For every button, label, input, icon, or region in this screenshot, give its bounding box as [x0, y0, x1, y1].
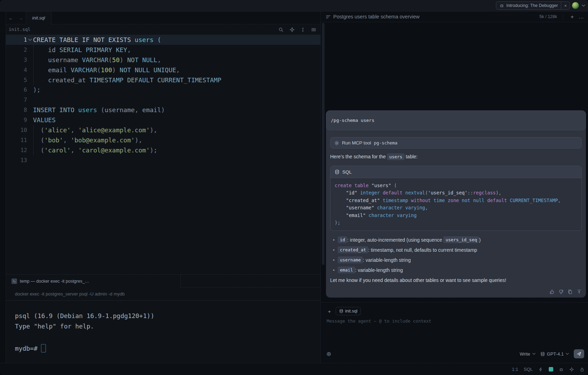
back-arrow-icon[interactable]: ← — [9, 15, 14, 21]
thumbs-down-icon[interactable] — [558, 289, 564, 294]
avatar[interactable] — [572, 2, 579, 9]
code-text: ); — [33, 86, 41, 93]
token: "email" — [346, 212, 366, 218]
token — [445, 198, 448, 203]
code-line[interactable]: 11 ('bob', 'bob@example.com'), — [6, 135, 320, 145]
breadcrumb[interactable]: init.sql — [9, 24, 31, 35]
code-text: INSERT INTO users (username, email) — [33, 106, 165, 114]
thumbs-up-icon[interactable] — [549, 289, 555, 294]
code-line[interactable]: 7 — [6, 95, 320, 105]
badge-close-icon[interactable]: × — [561, 2, 570, 9]
new-thread-button[interactable]: + — [571, 11, 574, 22]
token: users — [135, 36, 154, 43]
code-line[interactable]: 3 username VARCHAR(50) NOT NULL, — [6, 55, 320, 65]
editor-tab-bar: ← → init.sql — [6, 11, 320, 24]
cursor-position[interactable]: 1:1 — [512, 367, 518, 372]
code-block-body[interactable]: create table "users" ( "id" integer defa… — [330, 178, 581, 230]
token: CREATE TABLE IF NOT EXISTS — [33, 36, 135, 43]
scroll-to-top-icon[interactable] — [577, 289, 582, 294]
status-bar: 1:1 SQL — [0, 363, 588, 375]
token — [335, 198, 346, 203]
token: users — [78, 106, 97, 114]
token: ( — [33, 147, 44, 154]
line-number: 5 — [6, 77, 27, 83]
code-line[interactable]: 5 created_at TIMESTAMP DEFAULT CURRENT_T… — [6, 75, 320, 85]
token — [33, 76, 48, 84]
token: 'bob' — [44, 136, 63, 144]
token: NOT NULL — [127, 56, 157, 64]
selection-waves-icon[interactable] — [311, 27, 316, 32]
lock-icon[interactable] — [580, 367, 585, 372]
model-selector[interactable]: GPT-4.1 — [540, 351, 569, 357]
token: 50 — [112, 56, 120, 64]
tab-init-sql[interactable]: init.sql — [26, 11, 51, 24]
token — [431, 198, 433, 203]
token: timestamp — [383, 198, 408, 203]
code-line[interactable]: 2 id SERIAL PRIMARY KEY, — [6, 45, 320, 55]
code-line[interactable]: 1CREATE TABLE IF NOT EXISTS users ( — [6, 35, 320, 45]
code-editor[interactable]: 1CREATE TABLE IF NOT EXISTS users (2 id … — [6, 35, 320, 274]
thread-history-icon[interactable] — [326, 14, 331, 19]
send-button[interactable] — [574, 349, 584, 358]
token: time — [434, 198, 445, 203]
language-indicator[interactable]: SQL — [524, 367, 533, 372]
token: nextval — [405, 190, 425, 195]
code-line[interactable]: 9VALUES — [6, 115, 320, 125]
bullet-text: : variable-length string — [363, 257, 411, 263]
token: , — [63, 136, 71, 144]
token: without — [411, 198, 431, 203]
sql-code-block: SQL create table "users" ( "id" integer … — [330, 166, 582, 231]
debugger-announcement-badge[interactable]: Introducing: The Debugger × — [496, 1, 570, 10]
debugger-icon[interactable] — [559, 367, 564, 372]
forward-arrow-icon[interactable]: → — [18, 15, 23, 21]
token: ( — [97, 106, 105, 114]
thread-title[interactable]: Postgres users table schema overview — [333, 11, 419, 22]
scrollbar[interactable] — [322, 23, 325, 265]
terminal-tab[interactable]: temp — docker exec -it postgres_… — [6, 275, 181, 288]
code-line[interactable]: 6); — [6, 85, 320, 95]
inline-code: username — [338, 257, 363, 263]
token: 100 — [101, 66, 112, 74]
code-line[interactable]: 10 ('alice', 'alice@example.com'), — [6, 125, 320, 135]
agent-panel-header: Postgres users table schema overview 5k … — [321, 11, 588, 22]
mcp-tool-call[interactable]: Run MCP tool pg-schema — [330, 137, 582, 149]
schema-bullet: id: integer, auto-incremented (using seq… — [330, 235, 481, 245]
chevron-down-icon[interactable] — [582, 5, 585, 7]
search-icon[interactable] — [278, 27, 284, 32]
cursor-icon[interactable] — [301, 27, 305, 32]
token: username — [48, 56, 78, 64]
terminal-prompt-line[interactable]: mydb=# — [15, 344, 46, 352]
user-message[interactable]: /pg-schema users — [326, 110, 586, 130]
copy-icon[interactable] — [567, 289, 573, 294]
token: varying — [405, 205, 425, 210]
token — [484, 198, 487, 203]
message-input-placeholder[interactable]: Message the agent — @ to include context — [327, 318, 431, 324]
mode-label: Write — [520, 351, 530, 357]
more-menu-button[interactable]: … — [579, 11, 584, 22]
code-line[interactable]: 8INSERT INTO users (username, email) — [6, 105, 320, 115]
diagnostics-icon[interactable] — [569, 367, 574, 372]
code-line[interactable]: 13 — [6, 155, 320, 165]
message-actions — [549, 289, 582, 294]
message-composer[interactable]: + init.sql Message the agent — @ to incl… — [321, 302, 588, 363]
line-number: 11 — [6, 137, 27, 143]
token: created_at — [48, 76, 85, 84]
token: email — [142, 106, 161, 114]
fold-chevron-icon[interactable] — [27, 39, 33, 41]
mode-selector[interactable]: Write — [520, 351, 535, 357]
edit-prediction-icon[interactable] — [538, 367, 543, 372]
token: :: — [467, 190, 473, 195]
token: CURRENT_TIMESTAMP — [510, 198, 558, 203]
add-context-button[interactable]: + — [326, 307, 333, 315]
language-server-icon[interactable] — [549, 367, 553, 372]
terminal-output-line: Type "help" for help. — [15, 323, 94, 330]
inline-assist-icon[interactable] — [289, 27, 295, 32]
token: ) — [120, 56, 123, 64]
token: NOT NULL UNIQUE — [120, 66, 176, 74]
schema-bullet: email: variable-length string — [330, 265, 481, 275]
code-line[interactable]: 4 email VARCHAR(100) NOT NULL UNIQUE, — [6, 65, 320, 75]
context-chip-init-sql[interactable]: init.sql — [336, 307, 361, 315]
burn-mode-icon[interactable]: ⊕ — [326, 350, 331, 358]
code-block-header[interactable]: SQL — [330, 166, 581, 178]
code-line[interactable]: 12 ('carol', 'carol@example.com'); — [6, 145, 320, 155]
